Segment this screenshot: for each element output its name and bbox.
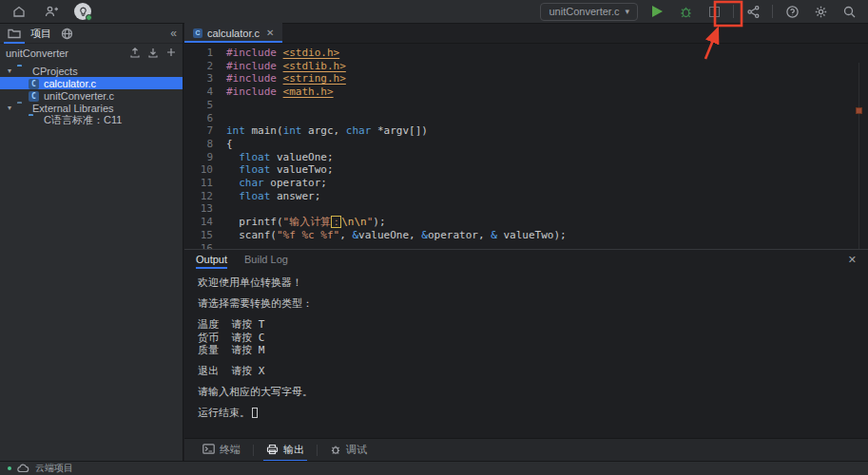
tool-tab-bug[interactable]: 调试 [321, 439, 376, 462]
tool-tab-terminal[interactable]: 终端 [194, 439, 249, 462]
chevron-down-icon[interactable]: ▾ [6, 104, 13, 112]
settings-gear-icon[interactable] [811, 2, 830, 21]
add-user-icon[interactable] [42, 2, 61, 21]
sync-status-dot [8, 466, 11, 470]
editor-scrollbar[interactable] [858, 63, 859, 249]
project-root-name[interactable]: unitConverter [6, 48, 68, 59]
tool-window-bar: 终端输出调试 [184, 438, 868, 461]
editor-tab-label: calculator.c [207, 28, 260, 39]
tree-item-label: CProjects [32, 66, 78, 77]
add-icon[interactable] [165, 47, 177, 60]
toolbar-divider [772, 5, 773, 18]
console-line: 欢迎使用单位转换器！ [198, 276, 868, 290]
tab-divider [253, 445, 254, 456]
user-avatar[interactable] [74, 3, 91, 20]
globe-icon[interactable] [59, 24, 75, 44]
tab-project-tool-window[interactable] [6, 24, 23, 44]
folder-icon [29, 116, 40, 125]
run-configuration-select[interactable]: unitConverter.c ▾ [540, 3, 638, 21]
tab-output-label: Output [196, 254, 227, 265]
console-line: 退出 请按 X [198, 365, 868, 378]
code-line-12: 12 float answer; [184, 190, 868, 203]
tool-tab-label: 终端 [220, 443, 241, 457]
console-line: 运行结束。 [198, 407, 868, 420]
stop-icon [709, 7, 720, 17]
project-sidebar: 项目 « unitConverter ▾CProjectsCcalculator… [0, 24, 183, 461]
code-line-13: 13 [184, 202, 868, 216]
collapse-sidebar-icon[interactable]: « [170, 27, 177, 40]
console-line [198, 357, 868, 366]
active-tab-underline [4, 42, 25, 44]
code-line-14: 14 printf("输入计算：\n\n"); [184, 216, 868, 229]
editor-tab-calculator[interactable]: C calculator.c ✕ [184, 23, 282, 43]
output-panel: Output Build Log ✕ 欢迎使用单位转换器！请选择需要转换的类型：… [184, 249, 868, 438]
line-number: 8 [184, 138, 226, 151]
help-icon[interactable] [782, 2, 801, 21]
code-line-2: 2#include <stdlib.h> [184, 60, 868, 73]
tab-build-log[interactable]: Build Log [244, 250, 288, 269]
chevron-down-icon: ▾ [625, 7, 629, 16]
output-panel-tabs: Output Build Log ✕ [184, 250, 868, 269]
ide-window: unitConverter.c ▾ [0, 0, 868, 475]
printer-icon [266, 444, 279, 457]
tab-output[interactable]: Output [196, 250, 227, 269]
cloud-project-label[interactable]: 云端项目 [35, 462, 73, 475]
code-line-7: 7int main(int argc, char *argv[]) [184, 124, 868, 138]
tab-divider [317, 445, 318, 456]
run-button[interactable] [647, 2, 666, 21]
code-line-3: 3#include <string.h> [184, 72, 868, 86]
code-line-6: 6 [184, 112, 868, 125]
cloud-icon [17, 464, 29, 473]
console-cursor [252, 408, 258, 418]
home-icon[interactable] [10, 2, 29, 21]
line-number: 3 [184, 72, 226, 86]
search-icon[interactable] [839, 2, 858, 21]
share-icon[interactable] [743, 2, 762, 21]
tree-item-label: calculator.c [44, 78, 96, 89]
download-icon[interactable] [147, 47, 159, 60]
code-editor[interactable]: 1#include <stdio.h>2#include <stdlib.h>3… [184, 44, 868, 249]
tree-item-cprojects[interactable]: ▾CProjects [0, 65, 183, 77]
upload-icon[interactable] [129, 47, 141, 60]
code-line-1: 1#include <stdio.h> [184, 47, 868, 60]
line-number: 13 [184, 202, 226, 216]
console-line [198, 378, 868, 387]
tree-item-calculator.c[interactable]: Ccalculator.c [0, 77, 183, 89]
close-panel-icon[interactable]: ✕ [848, 254, 857, 266]
debug-button[interactable] [676, 2, 695, 21]
console-line [198, 311, 868, 319]
chevron-down-icon[interactable]: ▾ [6, 66, 13, 75]
line-number: 10 [184, 163, 226, 177]
console-line: 请输入相应的大写字母。 [198, 386, 868, 399]
code-line-10: 10 float valueTwo; [184, 163, 868, 177]
error-stripe-marker[interactable] [856, 107, 862, 114]
c-file-icon: C [193, 28, 203, 38]
tree-item-label: External Libraries [32, 103, 114, 114]
stop-button[interactable] [704, 2, 723, 21]
close-tab-icon[interactable]: ✕ [266, 28, 274, 38]
sidebar-toolbar: unitConverter [0, 46, 183, 61]
toolbar-divider [733, 5, 734, 18]
editor-area: C calculator.c ✕ 1#include <stdio.h>2#in… [184, 24, 868, 461]
code-line-8: 8{ [184, 138, 868, 151]
console-line: 质量 请按 M [198, 344, 868, 357]
tool-tab-label: 调试 [346, 443, 367, 457]
tree-item-label: unitConverter.c [44, 90, 114, 102]
cfile-icon: C [29, 79, 40, 88]
tree-item-c-c11[interactable]: C语言标准：C11 [0, 114, 183, 126]
line-number: 2 [184, 60, 226, 73]
code-line-4: 4#include <math.h> [184, 86, 868, 99]
bug-icon [330, 444, 341, 457]
tree-item-unitconverter.c[interactable]: CunitConverter.c [0, 89, 183, 102]
line-number: 12 [184, 190, 226, 203]
tool-tab-printer[interactable]: 输出 [258, 439, 313, 462]
line-number: 11 [184, 177, 226, 190]
tool-tab-label: 输出 [283, 443, 304, 457]
program-console[interactable]: 欢迎使用单位转换器！请选择需要转换的类型：温度 请按 T货币 请按 C质量 请按… [184, 269, 868, 420]
code-line-11: 11 char operator; [184, 177, 868, 190]
topbar: unitConverter.c ▾ [0, 0, 868, 24]
tree-item-label: C语言标准：C11 [44, 113, 122, 127]
line-number: 16 [184, 242, 226, 249]
console-line: 请选择需要转换的类型： [198, 297, 868, 311]
console-line [198, 399, 868, 408]
